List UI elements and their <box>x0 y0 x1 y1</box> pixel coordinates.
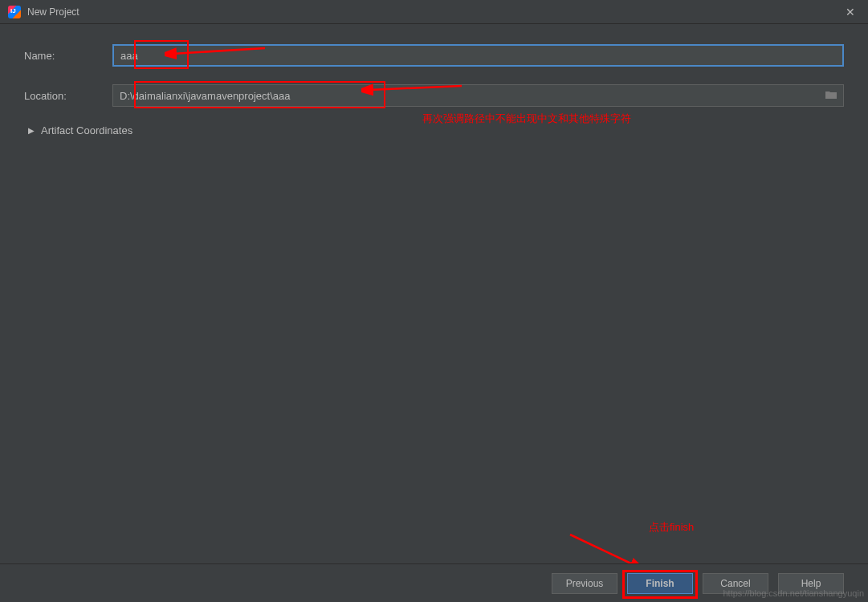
window-title: New Project <box>27 6 841 18</box>
artifact-coordinates-toggle[interactable]: ▶ Artifact Coordinates <box>24 124 844 136</box>
artifact-label: Artifact Coordinates <box>41 124 132 136</box>
intellij-icon <box>8 6 21 18</box>
location-wrapper <box>112 84 844 107</box>
location-input[interactable] <box>112 84 844 107</box>
location-row: Location: <box>24 84 844 107</box>
annotation-location-note: 再次强调路径中不能出现中文和其他特殊字符 <box>422 112 631 126</box>
watermark-text: https://blog.csdn.net/tianshangyuqin <box>723 588 864 598</box>
location-label: Location: <box>24 90 112 102</box>
name-label: Name: <box>24 50 112 62</box>
previous-button[interactable]: Previous <box>552 573 617 594</box>
name-row: Name: <box>24 44 844 67</box>
folder-browse-icon[interactable] <box>825 89 837 102</box>
annotation-finish-note: 点击finish <box>649 520 694 535</box>
name-input[interactable] <box>112 44 844 67</box>
titlebar: New Project ✕ <box>0 0 868 24</box>
close-icon[interactable]: ✕ <box>841 4 860 20</box>
chevron-right-icon: ▶ <box>28 126 35 135</box>
svg-line-2 <box>570 535 634 565</box>
finish-button[interactable]: Finish <box>627 573 693 594</box>
dialog-content: Name: Location: ▶ Artifact Coordinates <box>0 24 868 157</box>
